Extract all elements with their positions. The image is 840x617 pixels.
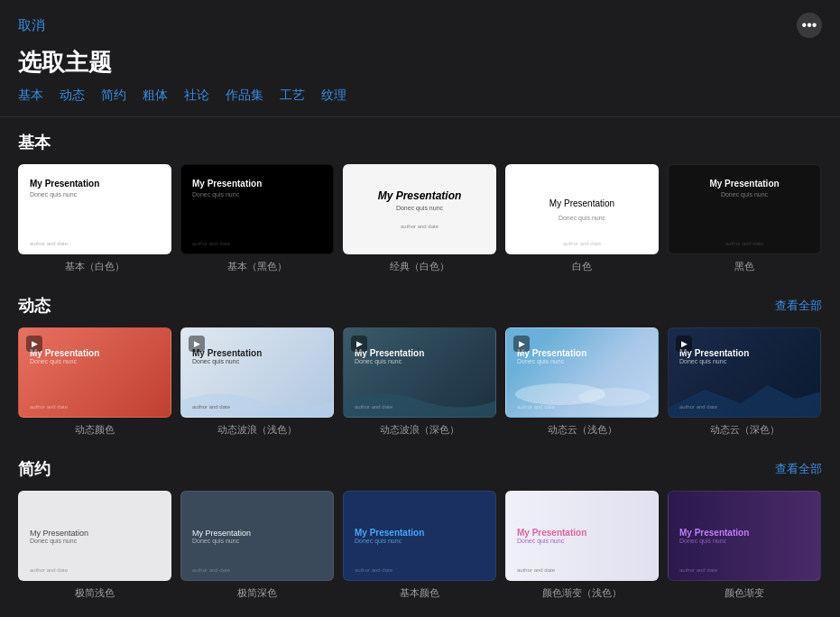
simple-section-title: 简约 [18, 458, 51, 480]
theme-label-basic-black: 基本（黑色） [227, 260, 287, 273]
simple-section-header: 简约 查看全部 [18, 458, 822, 480]
theme-label-dyn-wave-light: 动态波浪（浅色） [217, 423, 297, 437]
theme-dyn-cloud-dark[interactable]: ▶ My Presentation Donec quis nunc author… [668, 327, 821, 437]
theme-thumb-simple-light: My Presentation Donec quis nunc author a… [18, 491, 171, 581]
theme-dyn-wave-light[interactable]: ▶ My Presentation Donec quis nunc author… [180, 327, 334, 437]
theme-label-pure-white: 白色 [572, 260, 592, 273]
tab-simple[interactable]: 简约 [101, 87, 126, 104]
theme-label-pure-black: 黑色 [734, 260, 754, 273]
basic-section-header: 基本 [18, 132, 822, 153]
tab-portfolio[interactable]: 作品集 [226, 87, 263, 104]
top-bar: 取消 ••• [0, 0, 840, 43]
theme-label-gradient-dark: 颜色渐变 [725, 586, 764, 600]
theme-label-dyn-cloud-dark: 动态云（深色） [710, 423, 780, 437]
simple-themes-row: My Presentation Donec quis nunc author a… [18, 491, 822, 600]
theme-label-simple-blue: 基本颜色 [400, 586, 439, 600]
theme-thumb-simple-dark: My Presentation Donec quis nunc author a… [180, 491, 334, 581]
play-icon-4: ▶ [513, 336, 530, 352]
theme-thumb-dyn-cloud-light: ▶ My Presentation Donec quis nunc author… [505, 327, 659, 418]
theme-thumb-classic-white: My Presentation Donec quis nunc author a… [343, 164, 496, 254]
theme-thumb-gradient-light: My Presentation Donec quis nunc author a… [505, 491, 659, 581]
page-title: 选取主题 [0, 43, 840, 87]
theme-gradient-dark[interactable]: My Presentation Donec quis nunc author a… [668, 491, 821, 600]
theme-basic-white[interactable]: My Presentation Donec quis nunc author a… [18, 164, 171, 273]
theme-thumb-dyn-color: ▶ My Presentation Donec quis nunc author… [18, 327, 171, 418]
tab-dynamic[interactable]: 动态 [60, 87, 85, 104]
theme-label-basic-white: 基本（白色） [65, 260, 125, 273]
play-icon: ▶ [26, 336, 42, 352]
basic-themes-row: My Presentation Donec quis nunc author a… [18, 164, 822, 273]
more-icon: ••• [802, 17, 817, 33]
basic-section-title: 基本 [18, 132, 51, 153]
tab-bold[interactable]: 粗体 [143, 87, 168, 104]
tab-editorial[interactable]: 社论 [184, 87, 209, 104]
theme-label-simple-dark: 极简深色 [237, 586, 277, 600]
dynamic-themes-row: ▶ My Presentation Donec quis nunc author… [18, 327, 822, 437]
dynamic-section: 动态 查看全部 ▶ My Presentation Donec quis nun… [0, 281, 840, 444]
simple-view-all[interactable]: 查看全部 [775, 461, 822, 477]
theme-thumb-pure-black: My Presentation Donec quis nunc author a… [668, 164, 821, 254]
tab-texture[interactable]: 纹理 [321, 87, 346, 104]
dynamic-view-all[interactable]: 查看全部 [775, 298, 822, 314]
category-tabs: 基本 动态 简约 粗体 社论 作品集 工艺 纹理 [0, 87, 840, 117]
theme-dyn-color[interactable]: ▶ My Presentation Donec quis nunc author… [18, 327, 171, 437]
theme-simple-dark[interactable]: My Presentation Donec quis nunc author a… [180, 491, 334, 600]
play-icon-3: ▶ [351, 336, 367, 352]
theme-dyn-cloud-light[interactable]: ▶ My Presentation Donec quis nunc author… [505, 327, 659, 437]
theme-thumb-dyn-wave-light: ▶ My Presentation Donec quis nunc author… [180, 327, 334, 418]
tab-craft[interactable]: 工艺 [280, 87, 305, 104]
theme-thumb-pure-white: My Presentation Donec quis nunc author a… [505, 164, 659, 254]
play-icon-5: ▶ [676, 336, 692, 352]
theme-dyn-wave-dark[interactable]: ▶ My Presentation Donec quis nunc author… [343, 327, 496, 437]
basic-section: 基本 My Presentation Donec quis nunc autho… [0, 117, 840, 281]
theme-label-dyn-color: 动态颜色 [75, 423, 115, 437]
more-button[interactable]: ••• [797, 13, 822, 38]
theme-label-classic-white: 经典（白色） [390, 260, 449, 273]
svg-point-1 [578, 388, 651, 406]
cancel-button[interactable]: 取消 [18, 17, 45, 34]
theme-classic-white[interactable]: My Presentation Donec quis nunc author a… [343, 164, 496, 273]
theme-simple-light[interactable]: My Presentation Donec quis nunc author a… [18, 491, 171, 600]
dynamic-section-title: 动态 [18, 295, 51, 317]
theme-label-simple-light: 极简浅色 [75, 586, 115, 600]
simple-section: 简约 查看全部 My Presentation Donec quis nunc … [0, 444, 840, 607]
theme-label-gradient-light: 颜色渐变（浅色） [542, 586, 622, 600]
tab-basic[interactable]: 基本 [18, 87, 43, 104]
theme-pure-white[interactable]: My Presentation Donec quis nunc author a… [505, 164, 659, 273]
theme-label-dyn-wave-dark: 动态波浪（深色） [380, 423, 459, 437]
theme-thumb-dyn-cloud-dark: ▶ My Presentation Donec quis nunc author… [668, 327, 821, 418]
bold-section: 粗体 查看全部 MYPRESENTATION 动态颜色 MYPRESENTATI… [0, 607, 840, 617]
theme-gradient-light[interactable]: My Presentation Donec quis nunc author a… [505, 491, 659, 600]
play-icon-2: ▶ [189, 336, 205, 352]
theme-label-dyn-cloud-light: 动态云（浅色） [548, 423, 617, 437]
theme-thumb-basic-white: My Presentation Donec quis nunc author a… [18, 164, 171, 254]
theme-thumb-gradient-dark: My Presentation Donec quis nunc author a… [668, 491, 821, 581]
theme-basic-black[interactable]: My Presentation Donec quis nunc author a… [180, 164, 334, 273]
dynamic-section-header: 动态 查看全部 [18, 295, 822, 317]
theme-pure-black[interactable]: My Presentation Donec quis nunc author a… [668, 164, 821, 273]
theme-simple-blue[interactable]: My Presentation Donec quis nunc author a… [343, 491, 496, 600]
theme-thumb-basic-black: My Presentation Donec quis nunc author a… [180, 164, 334, 254]
theme-thumb-dyn-wave-dark: ▶ My Presentation Donec quis nunc author… [343, 327, 496, 418]
theme-thumb-simple-blue: My Presentation Donec quis nunc author a… [343, 491, 496, 581]
